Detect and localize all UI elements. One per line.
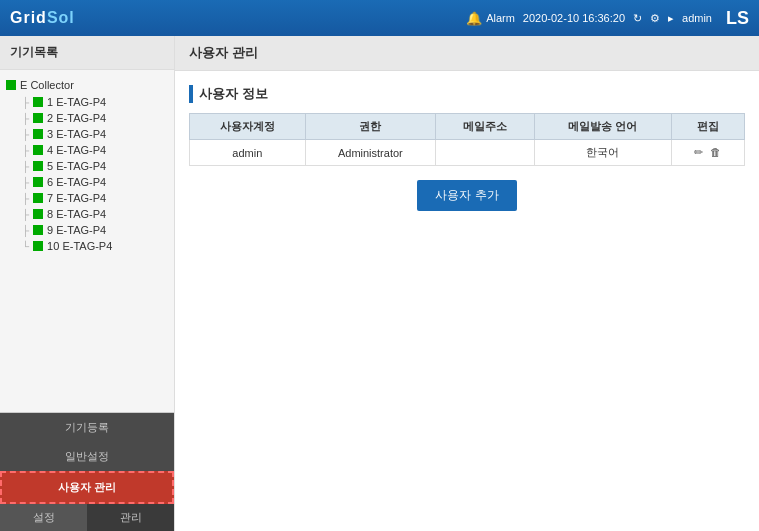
status-indicator — [33, 177, 43, 187]
app-logo: GridSol — [10, 9, 75, 27]
tree-line-icon: ├ — [22, 97, 29, 108]
status-indicator — [33, 97, 43, 107]
refresh-icon[interactable]: ↻ — [633, 12, 642, 25]
content-body: 사용자 정보 사용자계정 권한 메일주소 메일발송 언어 편집 admin — [175, 71, 759, 531]
tree-child-label: 4 E-TAG-P4 — [47, 144, 106, 156]
status-indicator — [33, 209, 43, 219]
list-item[interactable]: ├ 1 E-TAG-P4 — [0, 94, 174, 110]
tree-line-icon: ├ — [22, 209, 29, 220]
cell-account: admin — [190, 140, 306, 166]
tree-line-icon: ├ — [22, 225, 29, 236]
list-item[interactable]: ├ 2 E-TAG-P4 — [0, 110, 174, 126]
list-item[interactable]: ├ 3 E-TAG-P4 — [0, 126, 174, 142]
tree-child-label: 8 E-TAG-P4 — [47, 208, 106, 220]
status-indicator — [33, 129, 43, 139]
cell-email — [436, 140, 535, 166]
section-label: 사용자 정보 — [199, 85, 268, 103]
col-header-role: 권한 — [305, 114, 435, 140]
sidebar-bottom-menu: 기기등록 일반설정 사용자 관리 설정 관리 — [0, 412, 174, 531]
tree-child-label: 6 E-TAG-P4 — [47, 176, 106, 188]
alarm-section[interactable]: 🔔 Alarm — [466, 11, 515, 26]
page-title: 사용자 관리 — [175, 36, 759, 71]
tree-root-label: E Collector — [20, 79, 74, 91]
section-title-wrap: 사용자 정보 — [189, 85, 745, 103]
col-header-account: 사용자계정 — [190, 114, 306, 140]
status-indicator — [33, 193, 43, 203]
bell-icon: 🔔 — [466, 11, 482, 26]
tree-line-icon: ├ — [22, 113, 29, 124]
tree-line-icon: ├ — [22, 145, 29, 156]
tree-line-icon: ├ — [22, 129, 29, 140]
list-item[interactable]: ├ 6 E-TAG-P4 — [0, 174, 174, 190]
sidebar-tree: E Collector ├ 1 E-TAG-P4 ├ 2 E-TAG-P4 ├ … — [0, 70, 174, 412]
tree-line-icon: ├ — [22, 161, 29, 172]
tree-line-icon: ├ — [22, 193, 29, 204]
sidebar-item-general-settings[interactable]: 일반설정 — [0, 442, 174, 471]
tree-child-label: 1 E-TAG-P4 — [47, 96, 106, 108]
tree-child-label: 2 E-TAG-P4 — [47, 112, 106, 124]
user-table: 사용자계정 권한 메일주소 메일발송 언어 편집 admin Administr… — [189, 113, 745, 166]
status-indicator — [33, 225, 43, 235]
tree-line-icon: ├ — [22, 177, 29, 188]
col-header-email: 메일주소 — [436, 114, 535, 140]
settings-icon[interactable]: ⚙ — [650, 12, 660, 25]
list-item[interactable]: ├ 9 E-TAG-P4 — [0, 222, 174, 238]
add-user-button[interactable]: 사용자 추가 — [417, 180, 516, 211]
status-indicator — [33, 241, 43, 251]
status-indicator — [6, 80, 16, 90]
cell-language: 한국어 — [534, 140, 671, 166]
col-header-lang: 메일발송 언어 — [534, 114, 671, 140]
alarm-label: Alarm — [486, 12, 515, 24]
sidebar: 기기목록 E Collector ├ 1 E-TAG-P4 ├ 2 E-TAG-… — [0, 36, 175, 531]
sidebar-title: 기기목록 — [0, 36, 174, 70]
sidebar-bottom-tabs: 설정 관리 — [0, 504, 174, 531]
ls-logo: LS — [726, 8, 749, 29]
tree-child-label: 10 E-TAG-P4 — [47, 240, 112, 252]
cell-role: Administrator — [305, 140, 435, 166]
list-item[interactable]: ├ 7 E-TAG-P4 — [0, 190, 174, 206]
content-area: 사용자 관리 사용자 정보 사용자계정 권한 메일주소 메일발송 언어 편집 — [175, 36, 759, 531]
tree-line-icon: └ — [22, 241, 29, 252]
edit-icon[interactable]: ✏ — [694, 146, 703, 158]
section-bar — [189, 85, 193, 103]
tree-child-label: 9 E-TAG-P4 — [47, 224, 106, 236]
header-right: 🔔 Alarm 2020-02-10 16:36:20 ↻ ⚙ ▸ admin … — [466, 8, 749, 29]
tab-settings[interactable]: 설정 — [0, 504, 87, 531]
list-item[interactable]: ├ 8 E-TAG-P4 — [0, 206, 174, 222]
list-item[interactable]: ├ 5 E-TAG-P4 — [0, 158, 174, 174]
status-indicator — [33, 161, 43, 171]
app-header: GridSol 🔔 Alarm 2020-02-10 16:36:20 ↻ ⚙ … — [0, 0, 759, 36]
tab-management[interactable]: 관리 — [87, 504, 174, 531]
list-item[interactable]: └ 10 E-TAG-P4 — [0, 238, 174, 254]
tree-root[interactable]: E Collector — [0, 76, 174, 94]
col-header-edit: 편집 — [671, 114, 744, 140]
sidebar-item-user-management[interactable]: 사용자 관리 — [0, 471, 174, 504]
sidebar-item-device-reg[interactable]: 기기등록 — [0, 413, 174, 442]
delete-icon[interactable]: 🗑 — [710, 146, 721, 158]
status-indicator — [33, 145, 43, 155]
user-icon: ▸ — [668, 12, 674, 25]
tree-child-label: 3 E-TAG-P4 — [47, 128, 106, 140]
tree-child-label: 5 E-TAG-P4 — [47, 160, 106, 172]
datetime-label: 2020-02-10 16:36:20 — [523, 12, 625, 24]
status-indicator — [33, 113, 43, 123]
cell-actions: ✏ 🗑 — [671, 140, 744, 166]
main-container: 기기목록 E Collector ├ 1 E-TAG-P4 ├ 2 E-TAG-… — [0, 36, 759, 531]
tree-child-label: 7 E-TAG-P4 — [47, 192, 106, 204]
admin-label: admin — [682, 12, 712, 24]
list-item[interactable]: ├ 4 E-TAG-P4 — [0, 142, 174, 158]
table-row: admin Administrator 한국어 ✏ 🗑 — [190, 140, 745, 166]
